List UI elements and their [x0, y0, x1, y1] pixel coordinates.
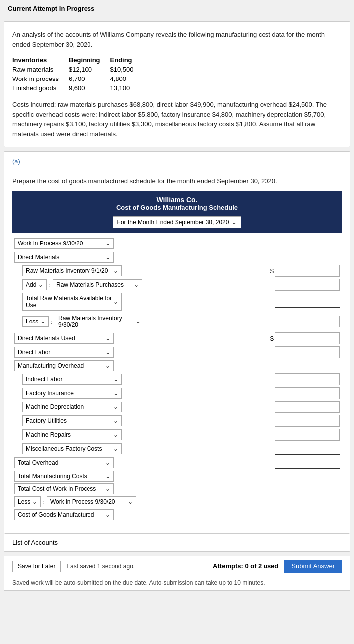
row-direct-labor: Direct Labor ⌄: [14, 346, 340, 358]
raw-materials-inventory-30-input[interactable]: [275, 316, 340, 327]
row-finished-begin: 9,600: [69, 83, 110, 93]
machine-repairs-input[interactable]: [275, 429, 340, 441]
section-a-label: (a): [4, 152, 350, 171]
work-in-process-dropdown[interactable]: Work in Process 9/30/20 ⌄: [14, 238, 114, 249]
chevron-down-icon: ⌄: [40, 318, 45, 325]
total-raw-materials-dropdown[interactable]: Total Raw Materials Available for Use ⌄: [22, 293, 122, 311]
total-raw-materials-label: Total Raw Materials Available for Use: [26, 295, 113, 309]
row-finished-end: 13,100: [110, 83, 144, 93]
less-label-2: Less: [18, 498, 30, 505]
machine-depreciation-label: Machine Depreciation: [26, 403, 84, 410]
prepare-text: Prepare the cost of goods manufactured s…: [12, 177, 342, 185]
row-direct-materials: Direct Materials ⌄: [14, 252, 340, 263]
cost-goods-manufactured-label: Cost of Goods Manufactured: [18, 511, 94, 518]
misc-factory-costs-label: Miscellaneous Factory Costs: [26, 445, 102, 452]
colon-separator-3: :: [43, 498, 45, 506]
factory-insurance-dropdown[interactable]: Factory Insurance ⌄: [22, 388, 122, 399]
direct-materials-dropdown[interactable]: Direct Materials ⌄: [14, 252, 114, 263]
direct-labor-dropdown[interactable]: Direct Labor ⌄: [14, 347, 114, 358]
manufacturing-overhead-label: Manufacturing Overhead: [18, 362, 84, 369]
raw-materials-inventory-label: Raw Materials Inventory 9/1/20: [26, 267, 108, 274]
raw-materials-purchases-dropdown[interactable]: Raw Materials Purchases ⌄: [53, 279, 142, 290]
misc-factory-costs-dropdown[interactable]: Miscellaneous Factory Costs ⌄: [22, 443, 122, 454]
row-total-overhead: Total Overhead ⌄: [14, 457, 340, 469]
manufacturing-overhead-dropdown[interactable]: Manufacturing Overhead ⌄: [14, 360, 114, 371]
list-accounts-label: List of Accounts: [12, 539, 58, 546]
total-overhead-dropdown[interactable]: Total Overhead ⌄: [14, 457, 114, 468]
direct-labor-input[interactable]: [275, 346, 340, 358]
inventory-table: Inventories Beginning Ending Raw materia…: [12, 55, 144, 93]
indirect-labor-input[interactable]: [275, 373, 340, 385]
row-total-manufacturing-costs: Total Manufacturing Costs ⌄: [14, 471, 340, 482]
page-header: Current Attempt in Progress: [0, 0, 354, 17]
company-name: Williams Co.: [17, 196, 337, 204]
footer-note: Saved work will be auto-submitted on the…: [4, 577, 350, 591]
chevron-down-icon: ⌄: [105, 254, 110, 261]
row-raw-materials-end: $10,500: [110, 65, 144, 74]
colon-separator: :: [49, 281, 51, 289]
wip-9-30-label: Work in Process 9/30/20: [50, 498, 115, 505]
total-manufacturing-costs-dropdown[interactable]: Total Manufacturing Costs ⌄: [14, 471, 114, 482]
add-label: Add: [26, 281, 36, 288]
total-cost-wip-dropdown[interactable]: Total Cost of Work in Process ⌄: [14, 483, 114, 494]
colon-separator-2: :: [51, 318, 53, 325]
raw-materials-inventory-30-label: Raw Materials Inventory 9/30/20: [58, 315, 136, 328]
list-accounts-card: List of Accounts: [4, 533, 350, 551]
chevron-down-icon: ⌄: [113, 376, 118, 383]
chevron-down-icon: ⌄: [105, 362, 110, 369]
chevron-down-icon: ⌄: [128, 498, 133, 505]
raw-materials-purchases-label: Raw Materials Purchases: [56, 281, 124, 288]
factory-utilities-input[interactable]: [275, 415, 340, 427]
direct-materials-used-input[interactable]: [275, 332, 340, 344]
direct-labor-label: Direct Labor: [18, 349, 50, 356]
row-raw-materials-begin: $12,100: [69, 65, 110, 74]
row-machine-repairs: Machine Repairs ⌄: [22, 429, 340, 441]
chevron-down-icon: ⌄: [113, 403, 118, 410]
row-machine-depreciation: Machine Depreciation ⌄: [22, 401, 340, 413]
intro-card: An analysis of the accounts of Williams …: [4, 21, 350, 147]
direct-materials-used-label: Direct Materials Used: [18, 335, 75, 342]
date-dropdown[interactable]: For the Month Ended September 30, 2020 ⌄: [113, 216, 242, 228]
indirect-labor-dropdown[interactable]: Indirect Labor ⌄: [22, 374, 122, 385]
direct-materials-label: Direct Materials: [18, 254, 59, 261]
chevron-down-icon: ⌄: [105, 459, 110, 466]
machine-repairs-dropdown[interactable]: Machine Repairs ⌄: [22, 429, 122, 440]
raw-materials-inventory-input[interactable]: [275, 265, 340, 277]
row-raw-materials-label: Raw materials: [12, 65, 69, 74]
factory-utilities-dropdown[interactable]: Factory Utilities ⌄: [22, 415, 122, 426]
factory-utilities-label: Factory Utilities: [26, 417, 67, 424]
row-total-cost-wip: Total Cost of Work in Process ⌄: [14, 483, 340, 494]
submit-answer-button[interactable]: Submit Answer: [284, 560, 342, 573]
chevron-down-icon: ⌄: [134, 281, 139, 288]
factory-insurance-input[interactable]: [275, 387, 340, 399]
add-prefix-dropdown[interactable]: Add ⌄: [22, 279, 47, 290]
schedule-header: Williams Co. Cost of Goods Manufacturing…: [12, 191, 342, 216]
chevron-down-icon: ⌄: [105, 511, 110, 518]
raw-materials-inventory-dropdown[interactable]: Raw Materials Inventory 9/1/20 ⌄: [22, 265, 122, 276]
chevron-down-icon: ⌄: [232, 219, 237, 226]
factory-insurance-label: Factory Insurance: [26, 390, 74, 397]
cost-goods-manufactured-dropdown[interactable]: Cost of Goods Manufactured ⌄: [14, 509, 114, 520]
raw-materials-purchases-input[interactable]: [275, 279, 340, 291]
machine-depreciation-dropdown[interactable]: Machine Depreciation ⌄: [22, 402, 122, 412]
chevron-down-icon: ⌄: [32, 498, 37, 505]
chevron-down-icon: ⌄: [136, 318, 141, 325]
save-later-button[interactable]: Save for Later: [12, 561, 61, 572]
total-raw-materials-input[interactable]: [275, 296, 340, 308]
wip-9-30-dropdown[interactable]: Work in Process 9/30/20 ⌄: [47, 496, 136, 507]
machine-depreciation-input[interactable]: [275, 401, 340, 413]
misc-factory-costs-input[interactable]: [275, 443, 340, 455]
row-wip-end: 4,800: [110, 74, 144, 83]
direct-materials-used-dropdown[interactable]: Direct Materials Used ⌄: [14, 333, 114, 344]
table-row: Raw materials $12,100 $10,500: [12, 65, 144, 74]
raw-materials-inventory-30-dropdown[interactable]: Raw Materials Inventory 9/30/20 ⌄: [55, 313, 144, 330]
attempts-text: Attempts: 0 of 2 used: [213, 563, 278, 570]
chevron-down-icon: ⌄: [113, 390, 118, 397]
less-prefix-dropdown-1[interactable]: Less ⌄: [22, 316, 49, 327]
chevron-down-icon: ⌄: [113, 298, 118, 305]
row-less-raw-materials: Less ⌄ : Raw Materials Inventory 9/30/20…: [22, 313, 340, 330]
row-wip-begin: 6,700: [69, 74, 110, 83]
total-overhead-input[interactable]: [275, 457, 340, 469]
less-prefix-dropdown-2[interactable]: Less ⌄: [14, 496, 41, 507]
chevron-down-icon: ⌄: [105, 473, 110, 480]
